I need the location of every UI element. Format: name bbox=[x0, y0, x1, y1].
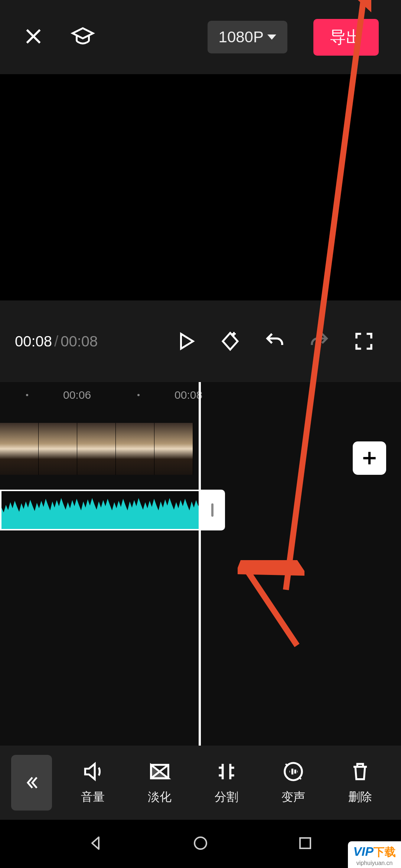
back-button[interactable] bbox=[11, 755, 52, 811]
play-button[interactable] bbox=[163, 330, 208, 352]
voice-change-icon bbox=[282, 760, 305, 783]
fade-icon bbox=[148, 760, 171, 783]
timeline[interactable]: 00:06 00:08 bbox=[0, 382, 401, 746]
watermark-url: viphuiyuan.cn bbox=[356, 860, 393, 867]
nav-back-icon[interactable] bbox=[87, 834, 105, 854]
voice-change-tool[interactable]: 变声 bbox=[281, 760, 305, 805]
playhead[interactable] bbox=[199, 382, 201, 746]
svg-line-1 bbox=[245, 568, 297, 645]
nav-recent-icon[interactable] bbox=[296, 834, 314, 854]
volume-tool[interactable]: 音量 bbox=[81, 760, 105, 805]
tool-label: 删除 bbox=[348, 789, 372, 805]
svg-rect-5 bbox=[300, 838, 310, 848]
delete-tool[interactable]: 删除 bbox=[348, 760, 372, 805]
add-clip-button[interactable] bbox=[353, 441, 386, 475]
video-preview[interactable] bbox=[0, 74, 401, 300]
audio-clip-handle[interactable] bbox=[200, 490, 225, 530]
audio-track[interactable] bbox=[0, 490, 200, 530]
resolution-selector[interactable]: 1080P bbox=[208, 21, 287, 53]
close-icon[interactable] bbox=[22, 25, 45, 49]
top-bar: 1080P 导出 bbox=[0, 0, 401, 74]
undo-button[interactable] bbox=[252, 330, 297, 352]
volume-icon bbox=[81, 760, 104, 783]
fade-tool[interactable]: 淡化 bbox=[148, 760, 172, 805]
tool-label: 淡化 bbox=[148, 789, 172, 805]
time-display: 00:08/00:08 bbox=[15, 333, 98, 350]
waveform-icon bbox=[1, 491, 200, 529]
chevron-down-icon bbox=[267, 34, 276, 40]
resolution-label: 1080P bbox=[219, 28, 264, 46]
watermark-brand: VIP bbox=[353, 844, 374, 858]
export-button[interactable]: 导出 bbox=[313, 19, 379, 56]
system-nav-bar bbox=[0, 820, 401, 868]
graduation-cap-icon[interactable] bbox=[71, 24, 95, 50]
playback-controls: 00:08/00:08 bbox=[0, 300, 401, 382]
current-time: 00:08 bbox=[15, 333, 52, 349]
bottom-toolbar: 音量 淡化 分割 变声 删除 bbox=[0, 746, 401, 820]
split-icon bbox=[215, 760, 238, 783]
fullscreen-button[interactable] bbox=[342, 330, 386, 352]
watermark: VIP下载 viphuiyuan.cn bbox=[348, 841, 401, 868]
split-tool[interactable]: 分割 bbox=[215, 760, 238, 805]
ruler-tick: 00:06 bbox=[63, 389, 91, 401]
ruler-tick: 00:08 bbox=[175, 389, 202, 401]
redo-button[interactable] bbox=[297, 330, 342, 352]
total-time: 00:08 bbox=[61, 333, 98, 349]
tool-label: 分割 bbox=[215, 789, 238, 805]
trash-icon bbox=[349, 760, 372, 783]
tool-label: 音量 bbox=[81, 789, 105, 805]
video-track[interactable] bbox=[0, 423, 193, 475]
nav-home-icon[interactable] bbox=[192, 834, 209, 854]
export-label: 导出 bbox=[330, 28, 362, 46]
keyframe-button[interactable] bbox=[208, 330, 252, 352]
svg-point-4 bbox=[195, 837, 206, 849]
annotation-arrow bbox=[238, 560, 304, 653]
tool-label: 变声 bbox=[281, 789, 305, 805]
